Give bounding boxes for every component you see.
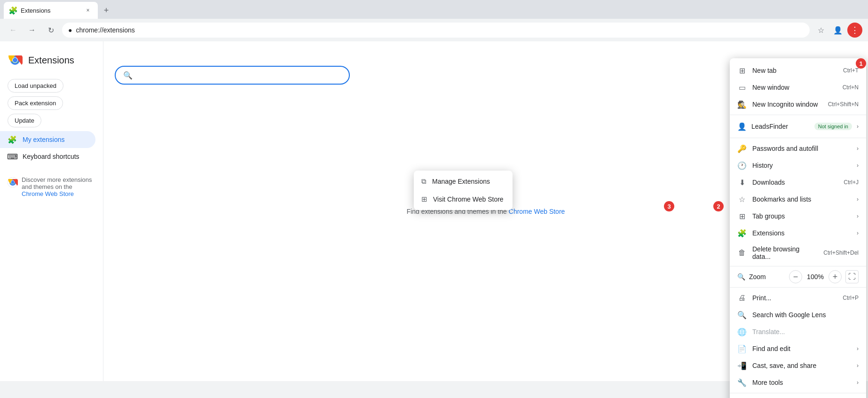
tab-groups-label: Tab groups xyxy=(752,212,851,220)
downloads-shortcut: Ctrl+J xyxy=(844,179,859,186)
chrome-menu-button[interactable]: ⋮ xyxy=(847,23,862,38)
update-button[interactable]: Update xyxy=(8,114,41,127)
chrome-dropdown-menu: ⊞ New tab Ctrl+T ▭ New window Ctrl+N 🕵 N… xyxy=(730,58,866,398)
zoom-in-button[interactable]: + xyxy=(829,270,842,283)
store-icon: ⊞ xyxy=(421,195,427,203)
passwords-arrow: › xyxy=(857,145,859,152)
menu-item-incognito[interactable]: 🕵 New Incognito window Ctrl+Shift+N xyxy=(730,96,866,113)
keyboard-shortcuts-label: Keyboard shortcuts xyxy=(23,153,79,160)
zoom-controls: − 100% + ⛶ xyxy=(789,270,859,283)
page-search-area: 🔍 xyxy=(103,58,727,92)
tab-bar: 🧩 Extensions × + xyxy=(0,0,868,19)
menu-item-downloads[interactable]: ⬇ Downloads Ctrl+J xyxy=(730,174,866,191)
pack-extension-button[interactable]: Pack extension xyxy=(8,96,63,110)
menu-item-cast-save[interactable]: 📲 Cast, save, and share › xyxy=(730,357,866,374)
cast-save-label: Cast, save, and share xyxy=(752,362,851,369)
menu-item-print[interactable]: 🖨 Print... Ctrl+P xyxy=(730,289,866,306)
nav-right-icons: ☆ 👤 ⋮ xyxy=(813,23,862,38)
sidebar-item-my-extensions[interactable]: 🧩 My extensions xyxy=(0,131,95,148)
extensions-submenu: ⧉ Manage Extensions ⊞ Visit Chrome Web S… xyxy=(414,171,513,210)
menu-user-item[interactable]: 👤 LeadsFinder Not signed in › xyxy=(730,117,866,136)
bookmark-button[interactable]: ☆ xyxy=(813,23,829,38)
tab-close-button[interactable]: × xyxy=(84,6,92,15)
incognito-icon: 🕵 xyxy=(737,100,747,109)
more-tools-arrow: › xyxy=(857,379,859,386)
svg-point-7 xyxy=(11,181,15,184)
menu-section-zoom: 🔍 Zoom − 100% + ⛶ xyxy=(730,266,866,288)
find-edit-label: Find and edit xyxy=(752,345,851,352)
tab-groups-arrow: › xyxy=(857,213,859,219)
downloads-label: Downloads xyxy=(752,179,838,186)
zoom-search-icon: 🔍 xyxy=(737,273,745,281)
sidebar-item-keyboard-shortcuts[interactable]: ⌨ Keyboard shortcuts xyxy=(0,148,95,165)
menu-section-user: 👤 LeadsFinder Not signed in › xyxy=(730,115,866,138)
user-avatar-icon: 👤 xyxy=(737,122,747,131)
badge-3: 3 xyxy=(664,201,674,211)
svg-point-3 xyxy=(13,58,17,62)
page-title: Extensions xyxy=(28,55,74,66)
visit-store-label: Visit Chrome Web Store xyxy=(433,195,504,203)
print-icon: 🖨 xyxy=(737,293,747,303)
main-store-link[interactable]: Chrome Web Store xyxy=(509,208,565,215)
new-window-label: New window xyxy=(752,84,837,91)
menu-item-delete-browsing[interactable]: 🗑 Delete browsing data... Ctrl+Shift+Del xyxy=(730,242,866,264)
not-signed-badge: Not signed in xyxy=(814,123,852,130)
tab-favicon: 🧩 xyxy=(9,7,17,14)
search-lens-label: Search with Google Lens xyxy=(752,311,859,319)
menu-item-new-window[interactable]: ▭ New window Ctrl+N xyxy=(730,79,866,96)
password-icon: 🔑 xyxy=(737,144,747,153)
menu-item-help[interactable]: ? Help › xyxy=(730,395,866,398)
bookmarks-arrow: › xyxy=(857,196,859,203)
find-icon: 📄 xyxy=(737,344,747,353)
menu-item-history[interactable]: 🕐 History › xyxy=(730,157,866,174)
menu-item-bookmarks[interactable]: ☆ Bookmarks and lists › xyxy=(730,191,866,208)
address-bar[interactable]: ● chrome://extensions xyxy=(62,23,810,38)
my-extensions-label: My extensions xyxy=(23,136,64,143)
active-tab[interactable]: 🧩 Extensions × xyxy=(4,2,98,19)
load-unpacked-button[interactable]: Load unpacked xyxy=(8,79,63,93)
cast-save-arrow: › xyxy=(857,362,859,369)
delete-icon: 🗑 xyxy=(737,248,747,258)
tab-title: Extensions xyxy=(21,7,80,14)
menu-item-more-tools[interactable]: 🔧 More tools › xyxy=(730,374,866,391)
menu-item-translate: 🌐 Translate... xyxy=(730,323,866,340)
search-extensions-input[interactable] xyxy=(136,71,324,79)
manage-extensions-item[interactable]: ⧉ Manage Extensions xyxy=(414,172,513,190)
menu-item-passwords[interactable]: 🔑 Passwords and autofill › xyxy=(730,140,866,157)
extensions-label: Extensions xyxy=(752,229,851,237)
new-tab-button[interactable]: + xyxy=(100,4,113,17)
chrome-small-logo xyxy=(8,177,18,187)
menu-item-tab-groups[interactable]: ⊞ Tab groups › xyxy=(730,208,866,225)
downloads-icon: ⬇ xyxy=(737,178,747,187)
fullscreen-button[interactable]: ⛶ xyxy=(845,270,859,283)
print-shortcut: Ctrl+P xyxy=(843,295,859,301)
menu-item-extensions[interactable]: 🧩 Extensions › xyxy=(730,225,866,242)
menu-section-tools: 🔑 Passwords and autofill › 🕐 History › ⬇… xyxy=(730,138,866,266)
forward-button[interactable]: → xyxy=(24,23,39,38)
history-arrow: › xyxy=(857,162,859,169)
user-name-label: LeadsFinder xyxy=(751,123,810,130)
user-arrow-icon: › xyxy=(857,123,859,130)
cast-icon: 📲 xyxy=(737,361,747,370)
menu-section-actions: 🖨 Print... Ctrl+P 🔍 Search with Google L… xyxy=(730,288,866,393)
search-input-container[interactable]: 🔍 xyxy=(115,66,350,85)
sidebar: Extensions Load unpacked Pack extension … xyxy=(0,41,103,381)
menu-item-search-lens[interactable]: 🔍 Search with Google Lens xyxy=(730,306,866,323)
profile-button[interactable]: 👤 xyxy=(830,23,845,38)
puzzle-icon: 🧩 xyxy=(8,135,17,144)
translate-icon: 🌐 xyxy=(737,327,747,336)
menu-item-find-edit[interactable]: 📄 Find and edit › xyxy=(730,340,866,357)
back-button[interactable]: ← xyxy=(6,23,21,38)
menu-section-new: ⊞ New tab Ctrl+T ▭ New window Ctrl+N 🕵 N… xyxy=(730,60,866,115)
menu-item-new-tab[interactable]: ⊞ New tab Ctrl+T xyxy=(730,62,866,79)
visit-chrome-store-item[interactable]: ⊞ Visit Chrome Web Store xyxy=(414,190,513,208)
chrome-logo xyxy=(8,53,23,68)
sidebar-header: Extensions xyxy=(0,49,103,75)
zoom-out-button[interactable]: − xyxy=(789,270,802,283)
discover-text: Discover more extensions and themes on t… xyxy=(22,176,95,197)
chrome-web-store-link[interactable]: Chrome Web Store xyxy=(22,190,74,197)
zoom-row: 🔍 Zoom − 100% + ⛶ xyxy=(730,268,866,285)
badge-1: 1 xyxy=(856,58,866,69)
manage-ext-icon: ⧉ xyxy=(421,177,426,186)
reload-button[interactable]: ↻ xyxy=(43,23,58,38)
